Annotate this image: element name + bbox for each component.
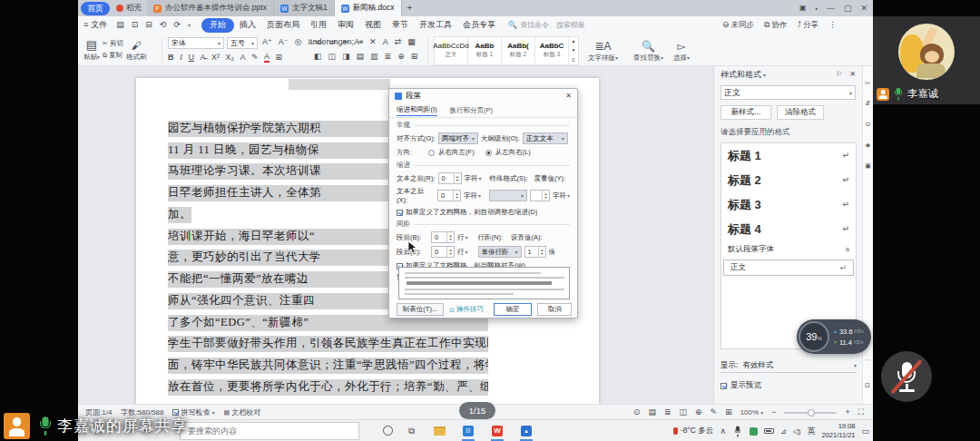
redo-icon[interactable]: ⟳ — [173, 21, 181, 29]
web-view-icon[interactable]: ⊕ — [695, 408, 702, 416]
save-icon[interactable]: ▤ — [116, 21, 124, 29]
measure-spinner[interactable]: ▲▼ — [530, 190, 550, 201]
page-view-icon[interactable]: ▤ — [648, 408, 656, 416]
wps-app-icon[interactable]: W — [492, 426, 503, 436]
doc-tab-news-active[interactable]: W 新闻稿.docx — [335, 0, 402, 16]
bold-icon[interactable]: B — [168, 54, 174, 62]
ribbon-tab-view[interactable]: 视图 — [359, 19, 387, 31]
highlight-color-icon[interactable]: ✎ — [251, 54, 259, 62]
adjust-pane-icon[interactable]: ⇵ — [866, 100, 871, 106]
outline-select[interactable]: 正文文本▾ — [523, 132, 568, 144]
align-select[interactable]: 两端对齐▾ — [438, 132, 478, 144]
cancel-button[interactable]: 取消 — [537, 303, 572, 316]
italic-icon[interactable]: I — [180, 54, 182, 62]
tray-expand-icon[interactable]: ∧ — [720, 426, 726, 436]
new-style-button[interactable]: 新样式... — [720, 105, 771, 120]
delete-format-icon[interactable]: ✕ — [369, 38, 377, 46]
bullet-list-icon[interactable]: ≔ — [314, 38, 322, 46]
font-name-select[interactable]: 宋体▾ — [168, 37, 224, 49]
share-button[interactable]: ⤴分享 — [798, 20, 819, 31]
auto-right-indent-checkbox[interactable] — [397, 210, 403, 216]
distribute-icon[interactable]: ▥ — [370, 53, 378, 61]
tabs-button[interactable]: 制表位(T)... — [397, 303, 444, 316]
collab-button[interactable]: ⧉协作 — [764, 20, 787, 31]
sync-status[interactable]: ⊖未同步 — [722, 20, 754, 31]
styles-panel-title[interactable]: 样式和格式▾ — [720, 69, 766, 81]
after-text-spinner[interactable]: 0▲▼ — [437, 190, 461, 201]
file-menu[interactable]: ≡ 文件 — [83, 19, 107, 31]
participant-video-tile[interactable]: 李嘉诚 — [873, 16, 980, 104]
paste-button[interactable]: ▤ 粘贴▾ — [83, 36, 100, 62]
font-color-icon[interactable]: A — [264, 53, 270, 63]
tab-line-page-break[interactable]: 换行和分页(P) — [450, 106, 494, 115]
line-spacing-icon[interactable]: ≣ — [385, 53, 392, 61]
history-pane-icon[interactable]: ⊙ — [866, 121, 871, 127]
justify-icon[interactable]: ▤ — [357, 53, 365, 61]
select-pane-icon[interactable]: ▻ — [866, 79, 870, 85]
space-after-unit[interactable]: 行▾ — [457, 248, 468, 257]
style-heading2[interactable]: AaBb(标题 2 — [502, 37, 535, 64]
close-icon[interactable]: ✕ — [860, 5, 867, 13]
style-item-h4[interactable]: 标题 4↵ — [721, 217, 856, 241]
sort-icon[interactable]: ⇄ — [395, 38, 402, 46]
tray-clock[interactable]: 19:08 2021/11/21 — [822, 422, 856, 440]
expand-pane-icon[interactable]: ⊡ — [865, 382, 870, 388]
volume-icon[interactable]: ◁) — [793, 427, 801, 436]
fullscreen-icon[interactable]: ⛶ — [858, 408, 864, 416]
find-replace-button[interactable]: 🔍 查找替换▾ — [633, 37, 663, 63]
ribbon-tab-insert[interactable]: 插入 — [234, 19, 261, 31]
ribbon-tab-review[interactable]: 审阅 — [332, 19, 359, 31]
decrease-indent-icon[interactable]: ⇤ — [343, 38, 350, 46]
table-icon[interactable]: ▦ — [407, 38, 416, 46]
ribbon-tab-layout[interactable]: 页面布局 — [261, 19, 305, 31]
eye-protect-icon[interactable]: ⊙ — [633, 408, 641, 416]
print-icon[interactable]: ⊟ — [145, 21, 152, 29]
special-format-select[interactable]: ▾ — [489, 190, 527, 201]
blue-app-icon[interactable]: B — [463, 426, 474, 436]
subscript-icon[interactable]: X₂ — [226, 54, 235, 62]
edit-mode-icon[interactable]: ✎ — [710, 408, 718, 416]
battery-icon[interactable] — [764, 428, 774, 434]
style-normal[interactable]: AaBbCcDd正文 — [435, 37, 468, 64]
tray-green-app-icon[interactable] — [750, 427, 758, 436]
measure-unit[interactable]: 字符▾ — [553, 191, 570, 201]
doc-tab-untitled[interactable]: W 文字文稿1 — [274, 0, 335, 16]
more-panes-icon[interactable]: ⋯ — [865, 357, 871, 363]
space-after-spinner[interactable]: 0▲▼ — [431, 246, 455, 258]
account-badge-icon[interactable]: ▣ — [799, 5, 807, 12]
doc-line[interactable]: 面，铸牢中华民族共同体意识；注重“学思践悟”四个过程，将学习 — [168, 358, 488, 374]
number-list-icon[interactable]: ≕ — [328, 38, 337, 46]
format-painter-button[interactable]: 🖌 格式刷 — [126, 36, 147, 62]
before-text-spinner[interactable]: 0▲▼ — [438, 172, 462, 184]
taskbar-search[interactable]: 要搜索的内容 — [180, 422, 359, 440]
style-heading3[interactable]: AaBbC标题 3 — [535, 37, 569, 64]
rtl-radio[interactable] — [428, 150, 435, 156]
style-item-h2[interactable]: 标题 2↵ — [721, 168, 856, 192]
line-spacing-select[interactable]: 单倍行距▾ — [478, 246, 522, 258]
action-center-icon[interactable]: ▭ — [861, 426, 869, 436]
weather-widget[interactable]: -8°C 多云 — [673, 426, 713, 436]
ime-indicator[interactable]: 英 — [808, 426, 816, 437]
zoom-slider-knob[interactable] — [808, 409, 815, 416]
font-size-select[interactable]: 五号▾ — [227, 37, 258, 49]
ribbon-tab-section[interactable]: 章节 — [387, 19, 414, 31]
text-typeset-button[interactable]: ≣A 文字排版▾ — [588, 37, 618, 63]
doc-line[interactable]: 加。 — [168, 207, 191, 223]
proofread-status[interactable]: ▤文档校对 — [224, 407, 261, 417]
read-view-icon[interactable]: ◫ — [680, 408, 688, 416]
task-view-icon[interactable]: ⧉ — [408, 426, 415, 436]
maximize-icon[interactable]: ▢ — [844, 5, 852, 13]
ribbon-tab-home-active[interactable]: 开始 — [201, 18, 234, 33]
zoom-out-icon[interactable]: − — [771, 408, 776, 416]
zoom-in-icon[interactable]: + — [845, 408, 849, 416]
gallery-up-icon[interactable]: ▲ — [572, 39, 576, 44]
select-button[interactable]: ▻ 选择▾ — [673, 37, 690, 63]
tray-mic-icon[interactable] — [734, 426, 741, 436]
dialog-titlebar[interactable]: 段落 ✕ — [389, 89, 577, 103]
after-text-unit[interactable]: 字符▾ — [464, 191, 481, 201]
doc-line[interactable]: 放在首位，更要将所学内化于心，外化于行；培养“勤、严、细、精 — [168, 379, 488, 396]
align-center-icon[interactable]: ◫ — [328, 53, 337, 61]
command-search[interactable]: 🔍 查找命令、搜索模板 — [508, 20, 585, 30]
pin-icon[interactable]: ⚐ — [836, 71, 842, 78]
layers-pane-icon[interactable]: ◈ — [866, 142, 870, 148]
